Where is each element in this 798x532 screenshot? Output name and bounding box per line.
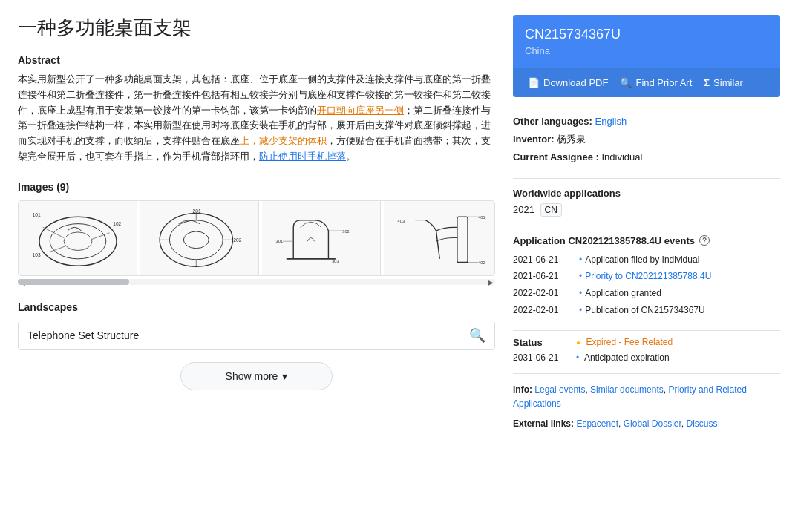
highlight-blue-1: 防止使用时手机掉落 <box>259 151 346 162</box>
image-thumb-1[interactable]: 101 102 103 <box>19 201 137 275</box>
abstract-label: Abstract <box>18 54 495 66</box>
highlight-orange-1: 开口朝向底座另一侧 <box>317 105 404 116</box>
download-pdf-label: Download PDF <box>543 77 608 88</box>
assignee-row: Current Assignee : Individual <box>513 151 780 164</box>
similar-label: Similar <box>713 77 743 88</box>
similar-docs-link[interactable]: Similar documents <box>590 384 664 395</box>
inventor-row: Inventor: 杨秀泉 <box>513 133 780 146</box>
patent-drawing-4: 401 402 403 <box>391 206 495 269</box>
svg-text:301: 301 <box>275 239 282 243</box>
patent-drawing-3: 301 302 303 <box>269 206 373 269</box>
other-languages-link[interactable]: English <box>595 116 627 127</box>
svg-point-9 <box>160 214 232 267</box>
event-date-1: 2021-06-21 <box>513 254 576 266</box>
similar-icon: Σ <box>704 77 710 88</box>
svg-point-11 <box>183 231 209 249</box>
discuss-link[interactable]: Discuss <box>686 418 717 429</box>
sidebar: CN215734367U China 📄 Download PDF 🔍 Find… <box>513 15 780 446</box>
event-dot-1: • <box>579 254 582 265</box>
landscape-search-bar[interactable]: Telephone Set Structure 🔍 <box>18 321 495 350</box>
global-dossier-link[interactable]: Global Dossier <box>624 418 681 429</box>
help-icon[interactable]: ? <box>699 235 710 246</box>
inventor-label: Inventor: <box>513 134 555 145</box>
status-section: Status ● Expired - Fee Related 2031-06-2… <box>513 331 780 374</box>
svg-text:102: 102 <box>113 222 121 227</box>
legal-events-link[interactable]: Legal events <box>534 384 585 395</box>
status-dot: ● <box>576 338 580 347</box>
expiration-date: 2031-06-21 <box>513 352 576 363</box>
images-label: Images (9) <box>18 181 495 193</box>
svg-text:101: 101 <box>32 212 40 217</box>
find-prior-art-button[interactable]: 🔍 Find Prior Art <box>614 74 698 91</box>
download-pdf-button[interactable]: 📄 Download PDF <box>522 74 614 91</box>
landscapes-label: Landscapes <box>18 301 495 313</box>
search-icon[interactable]: 🔍 <box>469 327 485 344</box>
show-more-icon: ▾ <box>282 370 287 382</box>
svg-text:403: 403 <box>398 219 405 223</box>
status-value: ● Expired - Fee Related <box>576 337 780 347</box>
sidebar-actions: 📄 Download PDF 🔍 Find Prior Art Σ Simila… <box>513 68 780 97</box>
event-row-2: 2021-06-21 •Priority to CN202121385788.4… <box>513 270 780 283</box>
svg-point-2 <box>64 232 92 251</box>
event-date-4: 2022-02-01 <box>513 304 576 317</box>
image-thumb-2[interactable]: 201 202 <box>140 201 259 275</box>
events-section: Application CN202121385788.4U events ? 2… <box>513 226 780 331</box>
patent-country: China <box>525 45 768 56</box>
assignee-value: Individual <box>601 151 642 162</box>
expiration-dot: • <box>576 352 579 363</box>
landscapes-section: Landscapes Telephone Set Structure 🔍 <box>18 301 495 350</box>
prior-art-icon: 🔍 <box>620 77 632 88</box>
images-grid[interactable]: 101 102 103 <box>18 200 495 276</box>
status-expired-text: Expired - Fee Related <box>586 337 673 347</box>
inventor-value: 杨秀泉 <box>557 134 586 145</box>
cn-link[interactable]: CN <box>540 203 562 217</box>
svg-line-3 <box>42 228 63 238</box>
espacenet-link[interactable]: Espacenet <box>576 418 618 429</box>
images-section: Images (9) 101 102 103 <box>18 181 495 285</box>
svg-text:302: 302 <box>342 229 349 234</box>
show-more-button[interactable]: Show more ▾ <box>180 362 333 390</box>
patent-number: CN215734367U <box>525 27 768 42</box>
svg-point-10 <box>169 220 223 260</box>
show-more-container: Show more ▾ <box>18 362 495 390</box>
event-date-2: 2021-06-21 <box>513 270 576 283</box>
svg-point-1 <box>50 224 106 259</box>
svg-line-5 <box>50 246 65 252</box>
event-row-1: 2021-06-21 •Application filed by Individ… <box>513 254 780 266</box>
event-desc-3: •Application granted <box>579 287 780 300</box>
svg-rect-24 <box>457 217 468 262</box>
sidebar-header: CN215734367U China <box>513 15 780 68</box>
image-thumb-3[interactable]: 301 302 303 <box>262 201 381 275</box>
worldwide-section: Worldwide applications 2021 CN <box>513 179 780 226</box>
svg-text:201: 201 <box>192 208 200 214</box>
other-languages-label: Other languages: <box>513 116 592 127</box>
info-label: Info: <box>513 384 532 395</box>
svg-text:303: 303 <box>332 259 339 263</box>
image-thumb-4[interactable]: 401 402 403 <box>384 201 495 275</box>
svg-line-4 <box>91 233 109 240</box>
priority-link[interactable]: Priority to CN202121385788.4U <box>585 271 711 281</box>
event-row-4: 2022-02-01 •Publication of CN215734367U <box>513 304 780 317</box>
scroll-right-arrow[interactable]: ▶ <box>488 278 494 286</box>
expiration-row: 2031-06-21 • Anticipated expiration <box>513 352 780 363</box>
sidebar-info: Other languages: English Inventor: 杨秀泉 C… <box>513 106 780 179</box>
similar-button[interactable]: Σ Similar <box>698 74 749 91</box>
assignee-label: Current Assignee : <box>513 151 599 162</box>
svg-text:402: 402 <box>478 261 485 266</box>
images-scrollbar[interactable] <box>18 279 495 285</box>
event-row-3: 2022-02-01 •Application granted <box>513 287 780 300</box>
images-scrollbar-thumb[interactable] <box>18 279 129 285</box>
abstract-section: Abstract 本实用新型公开了一种多功能桌面支架，其包括：底座、位于底座一侧… <box>18 54 495 165</box>
event-desc-1: •Application filed by Individual <box>579 254 780 266</box>
external-links-row: External links: Espacenet, Global Dossie… <box>513 417 780 431</box>
status-row: Status ● Expired - Fee Related <box>513 337 780 348</box>
event-dot-4: • <box>579 305 582 315</box>
svg-text:202: 202 <box>233 237 241 243</box>
comma-3: , <box>618 418 624 429</box>
status-label: Status <box>513 337 576 348</box>
events-title: Application CN202121385788.4U events ? <box>513 235 780 246</box>
worldwide-title: Worldwide applications <box>513 188 780 199</box>
pdf-icon: 📄 <box>528 77 540 88</box>
event-date-3: 2022-02-01 <box>513 287 576 300</box>
links-section: Info: Legal events, Similar documents, P… <box>513 374 780 447</box>
